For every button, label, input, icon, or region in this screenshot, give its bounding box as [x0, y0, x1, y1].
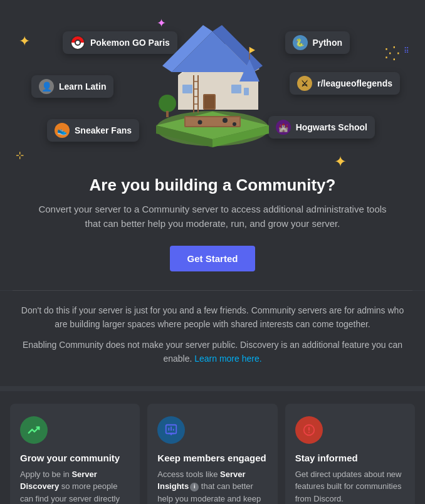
sneaker-icon: 👟: [55, 123, 70, 138]
engage-prefix: Access tools like: [157, 470, 220, 479]
server-tag-hogwarts-label: Hogwarts School: [296, 122, 367, 132]
iso-house-illustration: [144, 19, 281, 157]
page-title: Are you building a Community?: [13, 176, 412, 195]
svg-rect-26: [166, 111, 169, 117]
features-section: Grow your community Apply to be in Serve…: [0, 391, 425, 504]
sparkle-yellow-left: ✦: [19, 34, 30, 48]
server-tag-hogwarts: 🏰 Hogwarts School: [268, 116, 375, 139]
svg-marker-28: [249, 47, 255, 53]
svg-rect-5: [186, 117, 239, 126]
sparkle-dots: ⁚⁛: [384, 47, 400, 61]
learn-more-link[interactable]: Learn more here.: [194, 354, 261, 364]
grow-prefix: Apply to be in: [20, 470, 71, 479]
server-tag-latin: 👤 Learn Latin: [31, 75, 113, 98]
svg-rect-16: [204, 95, 214, 108]
svg-point-25: [159, 95, 176, 112]
engage-icon: [157, 416, 185, 444]
sparkle-dots-right: ⠿: [404, 47, 409, 55]
grow-title: Grow your community: [20, 453, 130, 463]
svg-rect-12: [241, 78, 258, 110]
lol-icon: ⚔: [297, 76, 312, 91]
svg-point-31: [233, 122, 236, 126]
informed-body: Get direct updates about new features bu…: [295, 468, 405, 504]
svg-rect-35: [169, 428, 170, 431]
server-tag-latin-label: Learn Latin: [59, 81, 106, 92]
svg-rect-17: [182, 85, 192, 93]
server-tag-python: 🐍 Python: [285, 31, 350, 54]
hero-section: ✦ ✦ ⁚⁛ ⊹ ⠿ ✦ Pokemon GO Paris 🐍 Python 👤…: [0, 0, 425, 290]
server-tag-sneaker: 👟 Sneaker Fans: [47, 119, 139, 142]
feature-card-engage: Keep members engaged Access tools like S…: [147, 404, 277, 504]
sparkle-cross-left: ⊹: [16, 150, 24, 160]
feature-card-informed: Stay informed Get direct updates about n…: [285, 404, 415, 504]
server-tag-python-label: Python: [313, 38, 342, 48]
section-separator: [0, 386, 425, 391]
svg-point-30: [198, 120, 202, 125]
svg-point-29: [223, 118, 228, 123]
server-tag-lol: ⚔ r/leagueoflegends: [290, 72, 400, 95]
notice-section: Don't do this if your server is just for…: [0, 291, 425, 386]
notice-line2: Enabling Community does not make your se…: [19, 338, 406, 366]
get-started-button[interactable]: Get Started: [170, 246, 256, 271]
feature-card-grow: Grow your community Apply to be in Serve…: [10, 404, 140, 504]
server-tag-lol-label: r/leagueoflegends: [317, 78, 392, 88]
grow-icon: [20, 416, 48, 444]
python-icon: 🐍: [293, 35, 308, 50]
latin-icon: 👤: [39, 79, 54, 94]
informed-title: Stay informed: [295, 453, 405, 463]
hero-illustration: ✦ ✦ ⁚⁛ ⊹ ⠿ ✦ Pokemon GO Paris 🐍 Python 👤…: [13, 13, 412, 176]
engage-title: Keep members engaged: [157, 453, 267, 463]
grow-body: Apply to be in Server Discovery so more …: [20, 468, 130, 504]
svg-rect-37: [173, 429, 174, 431]
server-tag-sneaker-label: Sneaker Fans: [75, 125, 132, 135]
engage-body: Access tools like Server Insightsi that …: [157, 468, 267, 504]
svg-point-40: [308, 431, 310, 433]
learn-more-text: Learn more here.: [194, 354, 261, 364]
svg-rect-36: [171, 426, 172, 430]
svg-rect-14: [244, 88, 249, 95]
notice-line1: Don't do this if your server is just for…: [19, 303, 406, 332]
page-description: Convert your server to a Community serve…: [31, 202, 394, 231]
pokemon-icon: [70, 35, 85, 50]
info-icon: i: [190, 483, 199, 491]
informed-icon: [295, 416, 323, 444]
sparkle-yellow-bottom: ✦: [334, 154, 347, 169]
svg-rect-18: [231, 85, 241, 93]
